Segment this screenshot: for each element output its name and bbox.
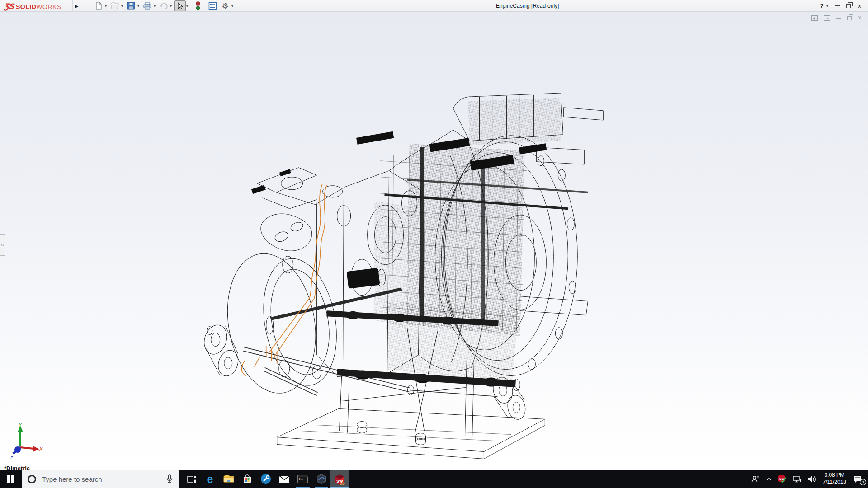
store-button[interactable] (238, 470, 256, 488)
print-button[interactable] (142, 0, 153, 11)
undo-dropdown-caret[interactable]: ▾ (170, 4, 172, 8)
document-close-button[interactable]: × (858, 14, 862, 22)
options-dropdown-caret[interactable]: ▾ (231, 4, 233, 8)
print-dropdown-caret[interactable]: ▾ (154, 4, 156, 8)
title-bar: ƷS SOLID WORKS ▶ ▾ ▾ (0, 0, 868, 12)
task-view-icon (187, 475, 196, 483)
search-input[interactable] (42, 475, 166, 483)
volume-button[interactable] (806, 475, 818, 483)
taskbar-search[interactable] (22, 470, 179, 488)
solidworks-window: ƷS SOLID WORKS ▶ ▾ ▾ (0, 0, 868, 488)
select-cursor-icon (176, 2, 184, 10)
new-document-icon (94, 1, 103, 10)
solidworks-logo-solid: SOLID (16, 3, 36, 10)
triad-z-label: Z (10, 455, 13, 460)
minimize-button[interactable] (835, 5, 840, 6)
store-icon (242, 474, 252, 484)
close-button[interactable]: × (857, 2, 862, 10)
windows-taskbar: e (0, 470, 868, 488)
save-button[interactable] (125, 0, 137, 11)
speaker-icon (807, 475, 816, 483)
window-controls: ? ▾ × (820, 0, 862, 12)
open-button[interactable] (109, 0, 121, 11)
quick-access-toolbar: ▾ ▾ ▾ (93, 0, 236, 12)
properties-list-icon (208, 2, 217, 10)
network-button[interactable] (791, 475, 803, 483)
open-folder-icon (110, 1, 120, 10)
solidworks-taskbar-button[interactable]: SW 2017 (330, 470, 349, 488)
select-tool-button[interactable] (174, 0, 186, 11)
admin-tool-button[interactable] (256, 470, 275, 488)
help-button[interactable]: ? (820, 2, 824, 9)
help-dropdown-caret[interactable]: ▾ (826, 4, 828, 8)
triad-x-label: X (39, 446, 43, 452)
file-explorer-button[interactable] (219, 470, 238, 488)
taskbar-clock[interactable]: 3:08 PM 7/11/2018 (821, 472, 849, 486)
clock-time: 3:08 PM (823, 472, 847, 479)
taskbar-apps: e (182, 470, 349, 488)
next-document-button[interactable] (824, 15, 830, 21)
orientation-triad: Y X Z (7, 422, 43, 460)
solidworks-logo-mark: ƷS (4, 2, 15, 11)
network-icon (793, 475, 802, 483)
document-window-controls: × (811, 14, 862, 22)
mail-icon (279, 475, 290, 483)
notification-badge: 3 (860, 479, 866, 485)
traffic-light-icon (195, 1, 201, 11)
windows-logo-icon (7, 475, 14, 483)
save-floppy-icon (127, 1, 136, 10)
cmd-prompt-text: C:\_ (299, 477, 305, 480)
view-orientation-label: *Dimetric (4, 465, 30, 470)
document-restore-button[interactable] (847, 16, 852, 20)
solidworks-logo-works: WORKS (36, 3, 61, 10)
dev-app-button[interactable] (312, 470, 330, 488)
cortana-icon (28, 475, 36, 483)
tray-overflow-chevron[interactable] (764, 477, 774, 481)
mail-button[interactable] (275, 470, 293, 488)
command-prompt-icon: C:\_ (297, 475, 308, 483)
solidworks-tray-button[interactable]: SW (777, 475, 788, 483)
wrench-tool-icon (260, 474, 271, 484)
solidworks-app-icon: SW 2017 (334, 473, 346, 485)
previous-document-button[interactable] (811, 15, 818, 21)
start-button[interactable] (0, 470, 22, 488)
open-dropdown-caret[interactable]: ▾ (121, 4, 123, 8)
gear-icon: ⚙ (222, 2, 228, 10)
document-minimize-button[interactable] (836, 18, 841, 19)
menu-flyout-arrow[interactable]: ▶ (72, 0, 80, 12)
sw-cube-year: 2017 (340, 482, 345, 485)
microphone-icon[interactable] (166, 474, 173, 483)
clock-date: 7/11/2018 (823, 479, 847, 486)
file-explorer-icon (223, 474, 234, 483)
print-icon (142, 1, 152, 10)
rebuild-button[interactable] (192, 0, 204, 11)
graphics-area[interactable]: × (0, 12, 868, 470)
system-tray: SW 3:08 PM (750, 470, 868, 488)
people-icon (751, 475, 760, 483)
save-dropdown-caret[interactable]: ▾ (137, 4, 139, 8)
new-document-button[interactable] (93, 0, 104, 11)
edge-icon: e (207, 474, 213, 485)
highlighted-edges (241, 184, 326, 376)
new-dropdown-caret[interactable]: ▾ (105, 4, 107, 8)
engine-casing-wireframe-model[interactable] (0, 12, 868, 469)
edge-button[interactable]: e (201, 470, 219, 488)
solidworks-logo: ƷS SOLID WORKS (5, 0, 61, 12)
restore-button[interactable] (846, 4, 851, 8)
hexagon-app-icon (316, 474, 327, 484)
action-center-button[interactable]: 3 (851, 475, 863, 483)
triad-y-label: Y (19, 422, 22, 427)
undo-arrow-icon (159, 2, 169, 10)
file-properties-button[interactable] (207, 0, 218, 11)
undo-button[interactable] (158, 0, 170, 11)
solidworks-tray-icon: SW (778, 475, 787, 483)
people-button[interactable] (750, 475, 761, 483)
chevron-up-icon (766, 477, 772, 481)
command-prompt-button[interactable]: C:\_ (293, 470, 312, 488)
task-view-button[interactable] (182, 470, 201, 488)
select-dropdown-caret[interactable]: ▾ (186, 4, 188, 8)
options-button[interactable]: ⚙ (219, 0, 231, 11)
document-title: EngineCasing [Read-only] (496, 3, 559, 9)
